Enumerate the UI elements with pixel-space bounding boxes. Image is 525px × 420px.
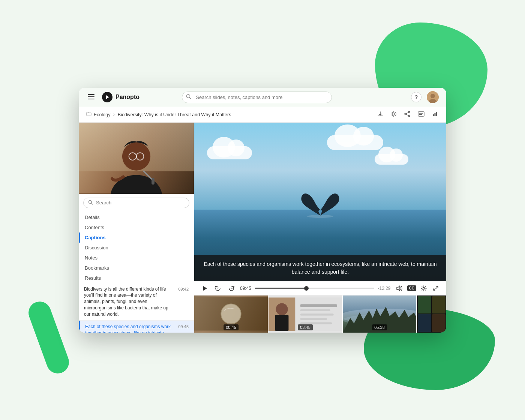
global-search-input[interactable] (182, 92, 332, 103)
rewind-button[interactable]: 10 (213, 285, 223, 292)
breadcrumb-separator: > (112, 112, 115, 117)
progress-dot (304, 286, 309, 291)
progress-fill (255, 288, 306, 289)
top-nav: Panopto ? (79, 88, 446, 107)
thumbnail-time: 03:45 (298, 324, 313, 330)
svg-point-10 (408, 111, 410, 113)
share-button[interactable] (404, 110, 411, 119)
tab-contents[interactable]: Contents (79, 222, 194, 232)
tab-captions[interactable]: Captions (79, 232, 194, 243)
nav-right: ? (411, 91, 439, 103)
cc-button[interactable]: CC (407, 285, 416, 291)
time-current: 09:45 (240, 286, 251, 291)
global-search (182, 92, 332, 103)
svg-rect-18 (436, 112, 437, 116)
svg-marker-34 (397, 286, 400, 291)
video-panel: Each of these species and organisms work… (194, 123, 446, 333)
thumbnail-strip: 00:45 (194, 295, 446, 333)
svg-rect-17 (435, 113, 436, 116)
whale-tail (298, 186, 343, 221)
progress-bar[interactable] (255, 288, 374, 289)
breadcrumb-folder-link[interactable]: Ecology (94, 112, 110, 117)
caption-button[interactable] (417, 111, 425, 119)
svg-rect-16 (433, 114, 434, 116)
svg-point-43 (276, 303, 288, 315)
search-icon (186, 94, 191, 100)
svg-point-12 (405, 113, 406, 115)
left-panel: Details Contents Captions Discussion Not… (79, 123, 194, 333)
svg-point-9 (393, 113, 395, 115)
svg-line-5 (190, 98, 191, 99)
subtitle-overlay: Each of these species and organisms work… (194, 255, 446, 281)
svg-point-7 (430, 94, 435, 98)
thumbnail-item[interactable] (416, 296, 446, 333)
svg-rect-1 (88, 96, 94, 97)
svg-marker-3 (106, 95, 109, 99)
analytics-button[interactable] (431, 110, 439, 119)
panel-search-input[interactable] (96, 200, 184, 206)
fastforward-button[interactable]: 10 (226, 285, 236, 292)
speaker-image (79, 123, 194, 194)
svg-rect-44 (275, 315, 289, 331)
thumbnail-item[interactable]: 05:38 (342, 296, 416, 333)
svg-rect-47 (300, 314, 334, 315)
expand-button[interactable] (431, 285, 440, 292)
play-button[interactable] (200, 285, 209, 292)
main-content: Details Contents Captions Discussion Not… (79, 123, 446, 333)
video-settings-button[interactable] (419, 285, 428, 292)
svg-rect-48 (300, 318, 327, 320)
svg-rect-13 (418, 112, 424, 116)
cloud-decoration (375, 154, 408, 165)
captions-list: Biodiversity is all the different kinds … (79, 283, 194, 333)
svg-rect-2 (88, 99, 94, 99)
svg-rect-46 (300, 309, 330, 311)
thumbnail-item[interactable]: 00:45 (194, 296, 268, 333)
svg-rect-49 (300, 322, 332, 324)
video-controls: 10 10 09:45 -12:29 (194, 281, 446, 295)
logo[interactable]: Panopto (102, 92, 140, 102)
svg-rect-45 (300, 304, 337, 307)
settings-button[interactable] (390, 110, 398, 119)
folder-icon (86, 112, 92, 117)
svg-point-11 (408, 115, 410, 117)
controls-right: CC (394, 285, 440, 292)
cloud-decoration (327, 135, 383, 150)
tab-bookmarks[interactable]: Bookmarks (79, 263, 194, 273)
subtitle-text: Each of these species and organisms work… (202, 260, 439, 276)
cloud-decoration (207, 146, 252, 159)
download-button[interactable] (376, 110, 384, 119)
help-button[interactable]: ? (411, 92, 422, 102)
thumbnail-time: 00:45 (224, 324, 238, 330)
tab-discussion[interactable]: Discussion (79, 243, 194, 253)
logo-text: Panopto (116, 94, 140, 100)
panel-nav-tabs: Details Contents Captions Discussion Not… (79, 212, 194, 283)
volume-button[interactable] (394, 285, 404, 292)
thumbnail-bg (417, 296, 446, 333)
app-frame: Panopto ? (79, 88, 446, 333)
breadcrumb-current-page: Biodiversity: Why is it Under Threat and… (118, 112, 231, 117)
caption-item[interactable]: Biodiversity is all the different kinds … (79, 283, 194, 321)
tab-notes[interactable]: Notes (79, 253, 194, 263)
logo-icon (102, 92, 112, 102)
panel-search-icon (88, 200, 93, 206)
svg-point-35 (423, 287, 425, 289)
caption-text: Each of these species and organisms work… (85, 324, 174, 332)
tab-results[interactable]: Results (79, 273, 194, 283)
breadcrumb-bar: Ecology > Biodiversity: Why is it Under … (79, 107, 446, 123)
panel-search-area (79, 194, 194, 212)
avatar[interactable] (427, 91, 439, 103)
caption-item[interactable]: Each of these species and organisms work… (79, 321, 194, 332)
caption-text: Biodiversity is all the different kinds … (84, 286, 174, 318)
svg-marker-31 (203, 286, 207, 291)
caption-time: 09:42 (178, 286, 189, 318)
tab-details[interactable]: Details (79, 212, 194, 222)
svg-line-29 (92, 203, 93, 204)
video-main[interactable]: Each of these species and organisms work… (194, 123, 446, 281)
menu-button[interactable] (86, 92, 96, 103)
svg-rect-0 (88, 94, 94, 95)
caption-time: 09:45 (178, 324, 189, 332)
thumbnail-item[interactable]: 03:45 (268, 296, 342, 333)
panel-search-wrapper (83, 198, 189, 208)
time-total: -12:29 (378, 286, 391, 291)
svg-text:10: 10 (217, 287, 219, 289)
